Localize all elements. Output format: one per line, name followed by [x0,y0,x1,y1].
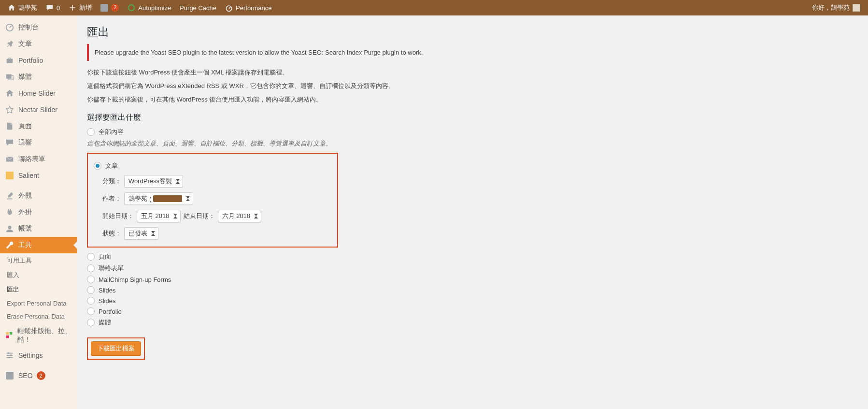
radio-slides-1[interactable] [87,286,95,294]
menu-salient[interactable]: Salient [0,167,77,184]
brush-icon [5,191,14,201]
option-media[interactable]: 媒體 [87,318,858,327]
option-mailchimp[interactable]: MailChimp Sign-up Forms [87,276,858,283]
avatar [853,4,860,12]
option-all[interactable]: 全部內容 [87,128,858,136]
svg-rect-8 [6,336,9,338]
select-start-date[interactable]: 五月 2018 [137,210,181,222]
admin-menu: 控制台 文章 Portfolio 媒體 Home Slider Nectar S… [0,15,77,409]
radio-mailchimp[interactable] [87,276,95,283]
menu-media[interactable]: 媒體 [0,69,77,85]
yoast-badge: 2 [111,4,119,12]
desc-2: 這個格式我們稱它為 WordPress eXtended RSS 或 WXR，它… [87,82,858,90]
dashboard-icon [5,23,14,32]
submenu-import[interactable]: 匯入 [0,268,77,282]
wrench-icon [5,240,14,250]
star-icon [5,105,14,115]
seo-badge: 2 [37,371,45,380]
plus-icon [69,4,76,12]
option-posts[interactable]: 文章 [94,161,331,170]
download-export-button[interactable]: 下載匯出檔案 [91,341,141,356]
select-author[interactable]: 鵠學苑 ( [124,192,193,205]
radio-contact[interactable] [87,264,95,272]
admin-bar-left: 鵠學苑 0 新增 2 Autoptimize Purge Cache Perfo… [4,0,275,15]
svg-point-5 [8,226,11,229]
svg-rect-6 [6,332,9,335]
desc-1: 你按下該這按鈕後 WordPress 便會產生一個 XML 檔案讓你存到電腦裡。 [87,68,858,77]
media-icon [5,72,14,82]
menu-seo[interactable]: SEO 2 [0,367,77,384]
menu-appearance[interactable]: 外觀 [0,188,77,204]
page-title: 匯出 [87,20,858,42]
comment-icon [46,4,54,12]
autoptimize-icon [128,4,135,12]
home-icon [5,88,14,98]
option-contact[interactable]: 聯絡表單 [87,264,858,273]
select-end-date[interactable]: 六月 2018 [218,210,262,222]
comments-count: 0 [57,4,60,12]
yoast-icon [100,4,108,12]
performance-label: Performance [236,4,271,12]
user-icon [5,224,14,234]
howdy-text: 你好，鵠學苑 [812,3,850,12]
howdy-link[interactable]: 你好，鵠學苑 [808,0,864,15]
svg-point-12 [8,352,10,354]
pin-icon [5,39,14,49]
radio-pages[interactable] [87,253,95,261]
purge-cache-link[interactable]: Purge Cache [176,0,220,15]
filter-status: 狀態： 已發表 [102,227,331,240]
performance-link[interactable]: Performance [221,0,275,15]
yoast-icon [5,371,14,380]
yoast-link[interactable]: 2 [97,0,123,15]
option-slides-2[interactable]: Slides [87,297,858,305]
new-label: 新增 [79,3,92,12]
choose-heading: 選擇要匯出什麼 [87,113,858,123]
menu-users[interactable]: 帳號 [0,220,77,237]
menu-easy-layout[interactable]: 輕鬆排版拖、拉、酷！ [0,323,77,347]
menu-posts[interactable]: 文章 [0,36,77,52]
svg-rect-2 [6,74,12,79]
menu-home-slider[interactable]: Home Slider [0,85,77,102]
radio-posts[interactable] [94,162,101,170]
select-status[interactable]: 已發表 [124,227,158,240]
purge-cache-label: Purge Cache [180,4,216,12]
page-icon [5,121,14,131]
select-category[interactable]: WordPress客製 [124,175,183,188]
radio-media[interactable] [87,319,95,326]
filter-category: 分類： WordPress客製 [102,175,331,188]
svg-point-13 [10,355,12,357]
submenu-erase-personal[interactable]: Erase Personal Data [0,310,77,323]
menu-portfolio[interactable]: Portfolio [0,52,77,69]
gauge-icon [225,4,233,12]
menu-nectar-slider[interactable]: Nectar Slider [0,102,77,118]
menu-plugins[interactable]: 外掛 [0,204,77,220]
download-button-box: 下載匯出檔案 [87,337,145,360]
menu-tools[interactable]: 工具 [0,237,77,253]
autoptimize-link[interactable]: Autoptimize [124,0,175,15]
desc-3: 你儲存下載的檔案後，可在其他 WordPress 後台使用匯入功能，將內容匯入網… [87,95,858,104]
radio-slides-2[interactable] [87,297,95,305]
layout-icon [5,330,14,340]
menu-settings[interactable]: Settings [0,347,77,364]
submenu-export[interactable]: 匯出 [0,282,77,297]
radio-portfolio[interactable] [87,307,95,315]
menu-comments[interactable]: 迴響 [0,134,77,151]
comments-link[interactable]: 0 [42,0,64,15]
site-link[interactable]: 鵠學苑 [4,0,41,15]
author-redacted [153,195,182,202]
menu-contact[interactable]: 聯絡表單 [0,151,77,167]
notice-error: Please upgrade the Yoast SEO plugin to t… [87,44,858,61]
new-link[interactable]: 新增 [65,0,96,15]
site-name: 鵠學苑 [18,3,37,12]
menu-dashboard[interactable]: 控制台 [0,19,77,36]
radio-all[interactable] [87,128,95,136]
option-portfolio[interactable]: Portfolio [87,307,858,315]
settings-icon [5,351,14,360]
content-area: 匯出 Please upgrade the Yoast SEO plugin t… [77,15,868,409]
submenu-export-personal[interactable]: Export Personal Data [0,297,77,310]
menu-pages[interactable]: 頁面 [0,118,77,134]
submenu-available[interactable]: 可用工具 [0,253,77,268]
export-posts-box: 文章 分類： WordPress客製 作者： 鵠學苑 ( 開始日期： 五月 20… [87,153,338,248]
option-slides-1[interactable]: Slides [87,286,858,294]
option-pages[interactable]: 頁面 [87,252,858,261]
